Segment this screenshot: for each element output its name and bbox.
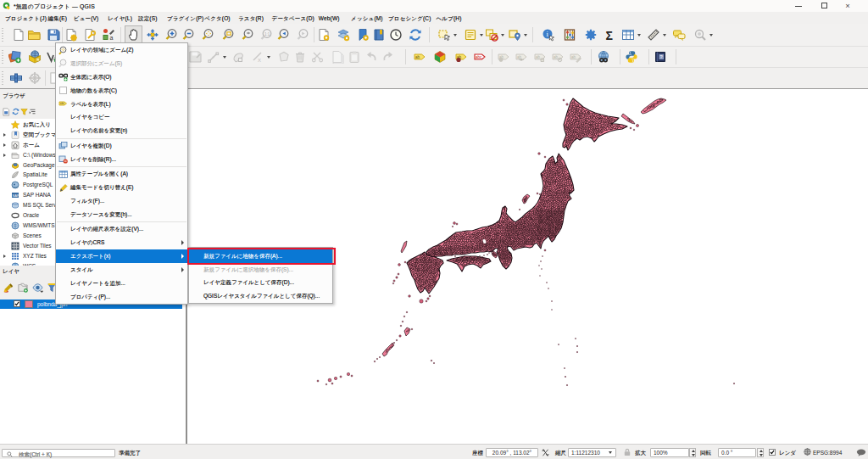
svg-text:abc: abc bbox=[60, 103, 65, 106]
